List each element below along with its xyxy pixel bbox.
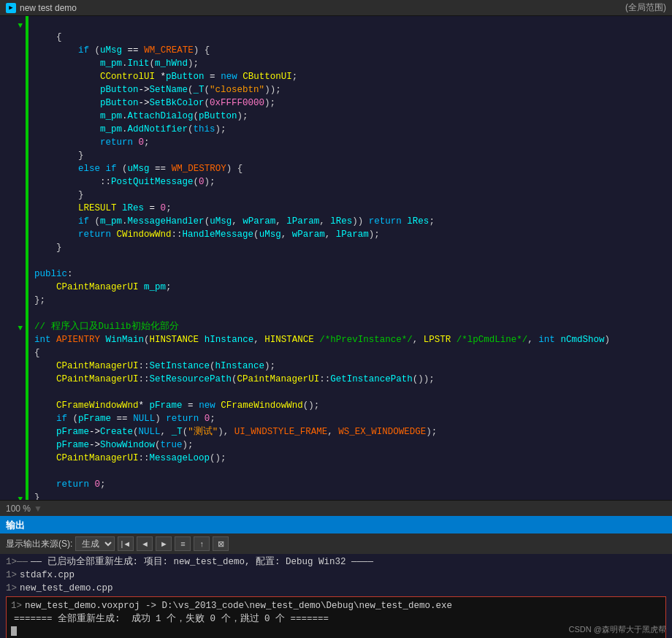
file-title: new test demo [20,3,323,13]
toolbar-btn-4[interactable]: ≡ [175,536,191,551]
toolbar-btn-2[interactable]: ◄ [137,536,153,551]
output-title: 输出 [6,519,25,532]
toolbar-btn-5[interactable]: ↑ [194,536,210,551]
toolbar-btn-3[interactable]: ► [156,536,172,551]
toolbar-btn-1[interactable]: |◄ [118,536,134,551]
output-cursor-line [11,626,661,636]
output-line-2: 1> stdafx.cpp [6,569,666,582]
output-line-3: 1> new_test_demo.cpp [6,582,666,595]
title-bar: ▶ new test demo (全局范围) [0,0,672,16]
status-bar: 100 % ▼ [0,500,672,516]
zoom-level: 100 % [6,504,31,514]
output-panel: 输出 显示输出来源(S): 生成 |◄ ◄ ► ≡ ↑ ⊠ 1>—— —— 已启… [0,516,672,638]
output-line-4: 1> new_test_demo.voxproj -> D:\vs_2013_c… [11,599,661,612]
editor-area: ▼ ▼ [0,16,672,500]
toolbar-btn-6[interactable]: ⊠ [213,536,229,551]
output-header: 输出 [0,517,672,533]
line-numbers: ▼ ▼ [0,16,26,500]
output-toolbar: 显示输出来源(S): 生成 |◄ ◄ ► ≡ ↑ ⊠ [0,533,672,554]
cursor-block [11,626,17,636]
code-editor[interactable]: { if (uMsg == WM_CREATE) { m_pm.Init(m_h… [28,16,672,500]
output-line-5: ======= 全部重新生成: 成功 1 个，失败 0 个，跳过 0 个 ===… [11,612,661,626]
output-error-box: 1> new_test_demo.voxproj -> D:\vs_2013_c… [6,596,666,638]
output-line-1: 1>—— —— 已启动全部重新生成: 项目: new_test_demo, 配置… [6,555,666,569]
output-source-label: 显示输出来源(S): [6,538,72,550]
app-icon: ▶ [6,3,16,13]
scope-text: (全局范围) [625,1,666,14]
output-source-select[interactable]: 生成 [75,536,115,551]
watermark: CSDN @森明帮大于黑虎帮 [569,624,666,635]
